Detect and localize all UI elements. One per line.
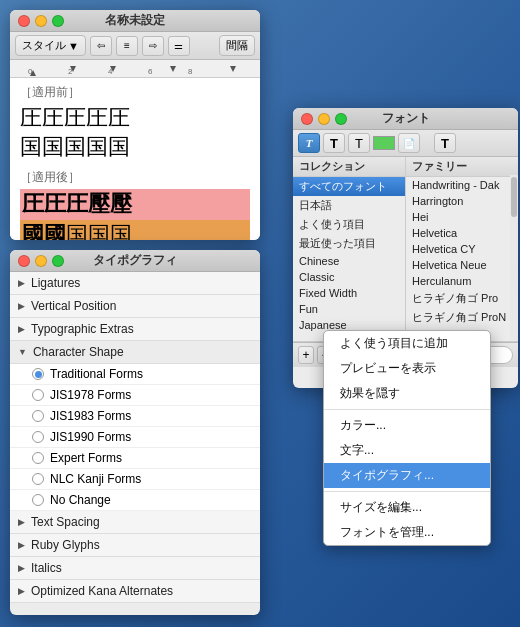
collection-item-recent[interactable]: 最近使った項目 bbox=[293, 234, 405, 253]
kanji-after-line1-highlighted: 壓壓 bbox=[88, 191, 132, 216]
typo-window-title: タイポグラフィ bbox=[93, 252, 177, 269]
dropdown-menu: よく使う項目に追加 プレビューを表示 効果を隠す カラー... 文字... タイ… bbox=[323, 330, 491, 546]
collection-item-fun[interactable]: Fun bbox=[293, 301, 405, 317]
color-swatch[interactable] bbox=[373, 136, 395, 150]
jis1990-forms-item[interactable]: JIS1990 Forms bbox=[10, 427, 260, 448]
style-button[interactable]: スタイル ▼ bbox=[15, 35, 86, 56]
typo-minimize-button[interactable] bbox=[35, 255, 47, 267]
align-left-button[interactable]: ⇦ bbox=[90, 36, 112, 56]
family-item-hiragino2[interactable]: ヒラギノ角ゴ ProN bbox=[406, 308, 518, 327]
align-right-button[interactable]: ⇨ bbox=[142, 36, 164, 56]
jis1978-forms-item[interactable]: JIS1978 Forms bbox=[10, 385, 260, 406]
before-label: ［適用前］ bbox=[20, 84, 250, 101]
family-item-harrington[interactable]: Harrington bbox=[406, 193, 518, 209]
jis1978-radio[interactable] bbox=[32, 389, 44, 401]
jis1983-label: JIS1983 Forms bbox=[50, 409, 131, 423]
vertical-arrow: ▶ bbox=[18, 301, 25, 311]
editor-content[interactable]: ［適用前］ 圧圧圧圧圧 国国国国国 ［適用後］ 圧圧圧壓壓 國國国国国 bbox=[10, 78, 260, 240]
collection-item-japanese[interactable]: 日本語 bbox=[293, 196, 405, 215]
no-change-item[interactable]: No Change bbox=[10, 490, 260, 511]
text-spacing-label: Text Spacing bbox=[31, 515, 100, 529]
menu-item-show-preview[interactable]: プレビューを表示 bbox=[324, 356, 490, 381]
main-editor-window: 名称未設定 スタイル ▼ ⇦ ≡ ⇨ ⚌ 間隔 0 2 4 6 8 bbox=[10, 10, 260, 240]
nlc-kanji-forms-item[interactable]: NLC Kanji Forms bbox=[10, 469, 260, 490]
radio-filled-indicator bbox=[35, 371, 42, 378]
vertical-position-section[interactable]: ▶ Vertical Position bbox=[10, 295, 260, 318]
family-item-helvetica[interactable]: Helvetica bbox=[406, 225, 518, 241]
jis1983-forms-item[interactable]: JIS1983 Forms bbox=[10, 406, 260, 427]
character-shape-label: Character Shape bbox=[33, 345, 124, 359]
jis1990-radio[interactable] bbox=[32, 431, 44, 443]
typographic-extras-section[interactable]: ▶ Typographic Extras bbox=[10, 318, 260, 341]
traditional-forms-label: Traditional Forms bbox=[50, 367, 143, 381]
expert-forms-item[interactable]: Expert Forms bbox=[10, 448, 260, 469]
traditional-forms-radio[interactable] bbox=[32, 368, 44, 380]
text-spacing-section[interactable]: ▶ Text Spacing bbox=[10, 511, 260, 534]
ligatures-section[interactable]: ▶ Ligatures bbox=[10, 272, 260, 295]
font-btn-t-plain[interactable]: T bbox=[348, 133, 370, 153]
font-close-button[interactable] bbox=[301, 113, 313, 125]
family-item-helvetica-cy[interactable]: Helvetica CY bbox=[406, 241, 518, 257]
typo-maximize-button[interactable] bbox=[52, 255, 64, 267]
nlc-radio[interactable] bbox=[32, 473, 44, 485]
menu-item-typography[interactable]: タイポグラフィ... bbox=[324, 463, 490, 488]
collection-item-all[interactable]: すべてのフォント bbox=[293, 177, 405, 196]
traditional-forms-item[interactable]: Traditional Forms bbox=[10, 364, 260, 385]
family-item-helvetica-neue[interactable]: Helvetica Neue bbox=[406, 257, 518, 273]
kanji-before-line2: 国国国国国 bbox=[20, 133, 250, 162]
font-minimize-button[interactable] bbox=[318, 113, 330, 125]
align-justify-button[interactable]: ⚌ bbox=[168, 36, 190, 56]
menu-item-color[interactable]: カラー... bbox=[324, 413, 490, 438]
italics-section[interactable]: ▶ Italics bbox=[10, 557, 260, 580]
typo-close-button[interactable] bbox=[18, 255, 30, 267]
jis1978-label: JIS1978 Forms bbox=[50, 388, 131, 402]
optimized-kana-arrow: ▶ bbox=[18, 586, 25, 596]
minimize-button[interactable] bbox=[35, 15, 47, 27]
expert-radio[interactable] bbox=[32, 452, 44, 464]
no-change-radio[interactable] bbox=[32, 494, 44, 506]
main-toolbar: スタイル ▼ ⇦ ≡ ⇨ ⚌ 間隔 bbox=[10, 32, 260, 60]
character-shape-arrow: ▼ bbox=[18, 347, 27, 357]
font-titlebar: フォント bbox=[293, 108, 518, 130]
family-item-hiragino1[interactable]: ヒラギノ角ゴ Pro bbox=[406, 289, 518, 308]
font-btn-page[interactable]: 📄 bbox=[398, 133, 420, 153]
family-item-hei[interactable]: Hei bbox=[406, 209, 518, 225]
collection-column: コレクション すべてのフォント 日本語 よく使う項目 最近使った項目 Chine… bbox=[293, 157, 406, 341]
menu-item-manage-fonts[interactable]: フォントを管理... bbox=[324, 520, 490, 545]
menu-item-text[interactable]: 文字... bbox=[324, 438, 490, 463]
maximize-button[interactable] bbox=[52, 15, 64, 27]
svg-text:8: 8 bbox=[188, 67, 193, 76]
menu-item-hide-effects[interactable]: 効果を隠す bbox=[324, 381, 490, 406]
ruby-glyphs-label: Ruby Glyphs bbox=[31, 538, 100, 552]
jis1983-radio[interactable] bbox=[32, 410, 44, 422]
ruby-glyphs-section[interactable]: ▶ Ruby Glyphs bbox=[10, 534, 260, 557]
collection-item-classic[interactable]: Classic bbox=[293, 269, 405, 285]
menu-item-add-favorite[interactable]: よく使う項目に追加 bbox=[324, 331, 490, 356]
family-item-handwriting[interactable]: Handwriting - Dak bbox=[406, 177, 518, 193]
vertical-label: Vertical Position bbox=[31, 299, 116, 313]
spacing-button[interactable]: 間隔 bbox=[219, 35, 255, 56]
font-btn-t-outline[interactable]: T bbox=[323, 133, 345, 153]
typographic-label: Typographic Extras bbox=[31, 322, 134, 336]
expert-label: Expert Forms bbox=[50, 451, 122, 465]
collection-item-fixed[interactable]: Fixed Width bbox=[293, 285, 405, 301]
typo-titlebar: タイポグラフィ bbox=[10, 250, 260, 272]
collection-item-favorites[interactable]: よく使う項目 bbox=[293, 215, 405, 234]
svg-text:6: 6 bbox=[148, 67, 153, 76]
character-shape-section[interactable]: ▼ Character Shape bbox=[10, 341, 260, 364]
align-center-button[interactable]: ≡ bbox=[116, 36, 138, 56]
jis1990-label: JIS1990 Forms bbox=[50, 430, 131, 444]
typo-content: ▶ Ligatures ▶ Vertical Position ▶ Typogr… bbox=[10, 272, 260, 603]
optimized-kana-section[interactable]: ▶ Optimized Kana Alternates bbox=[10, 580, 260, 603]
svg-rect-0 bbox=[10, 60, 260, 78]
kanji-before-line1: 圧圧圧圧圧 bbox=[20, 104, 250, 133]
close-button[interactable] bbox=[18, 15, 30, 27]
ruler: 0 2 4 6 8 bbox=[10, 60, 260, 78]
font-btn-t-serif[interactable]: T bbox=[298, 133, 320, 153]
font-btn-t-right[interactable]: T bbox=[434, 133, 456, 153]
family-item-herculanum[interactable]: Herculanum bbox=[406, 273, 518, 289]
add-collection-button[interactable]: + bbox=[298, 346, 314, 364]
menu-item-edit-size[interactable]: サイズを編集... bbox=[324, 495, 490, 520]
font-maximize-button[interactable] bbox=[335, 113, 347, 125]
collection-item-chinese[interactable]: Chinese bbox=[293, 253, 405, 269]
